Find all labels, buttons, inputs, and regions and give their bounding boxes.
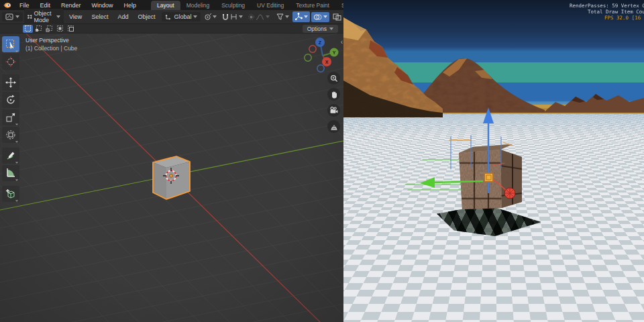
mode-select[interactable]: Object Mode [24, 9, 64, 25]
tool-shelf [2, 36, 19, 202]
screen: File Edit Render Window Help Layout Mode… [0, 0, 644, 322]
chevron-down-icon [285, 15, 289, 18]
pan-button[interactable] [327, 88, 340, 101]
tab-sculpting[interactable]: Sculpting [215, 1, 251, 10]
axis-ball-neg-x[interactable] [309, 46, 316, 52]
tool-add-cube[interactable] [2, 186, 19, 202]
select-mode-subtract[interactable] [44, 25, 54, 33]
tool-transform[interactable] [2, 127, 19, 143]
xray-toggle[interactable] [331, 12, 343, 22]
render-viewport[interactable]: RenderPasses: 59 Vertex Cou Total Draw I… [343, 0, 644, 322]
tab-texture-paint[interactable]: Texture Paint [290, 1, 335, 10]
orientation-label: Global [174, 13, 191, 20]
options-button[interactable]: Options [303, 25, 338, 33]
select-set-icon [24, 25, 32, 32]
tool-measure[interactable] [2, 165, 19, 181]
gizmo-center-handle[interactable] [484, 173, 493, 182]
menu-help[interactable]: Help [119, 1, 142, 9]
object-mode-icon [28, 13, 32, 20]
axis-ball-neg-z[interactable] [317, 65, 324, 72]
chevron-down-icon [193, 15, 197, 18]
tool-annotate[interactable] [2, 148, 19, 164]
menu-view[interactable]: View [65, 12, 86, 21]
select-mode-invert[interactable] [55, 25, 65, 33]
sidebar-collapse-arrow[interactable]: ‹ [341, 39, 343, 46]
select-mode-set[interactable] [23, 25, 33, 33]
chevron-down-icon [323, 15, 327, 18]
gizmo-y-arrowhead[interactable] [420, 177, 435, 188]
viewport-editor-icon [5, 13, 13, 20]
snap-increment-icon [230, 13, 237, 20]
transform-orientation-select[interactable]: Global [162, 12, 201, 21]
axis-ball-neg-y[interactable] [305, 54, 311, 61]
chevron-down-icon [213, 15, 217, 18]
tool-scale[interactable] [2, 109, 19, 125]
tool-move[interactable] [2, 74, 19, 91]
chevron-down-icon [266, 15, 270, 18]
editor-type-button[interactable] [2, 12, 23, 21]
menu-add[interactable]: Add [113, 12, 132, 21]
tool-select-box[interactable] [2, 36, 19, 52]
blender-window: File Edit Render Window Help Layout Mode… [0, 0, 343, 322]
viewport-3d[interactable]: Z Y X User Perspective (1) Collection | … [0, 34, 343, 322]
tool-cursor[interactable] [2, 54, 19, 70]
select-intersect-icon [67, 25, 74, 32]
cube-object[interactable] [153, 156, 190, 199]
cursor-tool-icon [5, 56, 16, 67]
snap-toggle-button[interactable] [220, 12, 245, 22]
subtool-corner [14, 48, 18, 52]
perspective-toggle-button[interactable] [327, 120, 340, 133]
camera-view-button[interactable] [327, 104, 340, 117]
chevron-down-icon [15, 15, 19, 18]
workspace-tabs: Layout Modeling Sculpting UV Editing Tex… [151, 0, 343, 10]
menu-file[interactable]: File [14, 1, 35, 9]
chevron-down-icon [56, 15, 60, 18]
move-icon [5, 77, 16, 88]
overlays-icon [313, 13, 322, 21]
select-mode-extend[interactable] [34, 25, 44, 33]
menu-window[interactable]: Window [87, 1, 119, 9]
show-gizmos-toggle[interactable] [292, 11, 310, 22]
menu-object[interactable]: Object [133, 12, 159, 21]
object-types-filter-button[interactable] [274, 12, 291, 21]
tab-uv-editing[interactable]: UV Editing [251, 1, 290, 10]
menu-select[interactable]: Select [87, 12, 112, 21]
menu-edit[interactable]: Edit [35, 1, 56, 9]
proportional-editing-button[interactable] [246, 13, 272, 21]
subtool-corner [14, 176, 18, 180]
hand-icon [330, 91, 338, 99]
viewport-header: Object Mode View Select Add Object Globa… [0, 10, 343, 24]
snap-target-icon [204, 13, 211, 21]
subtool-corner [14, 159, 18, 163]
tab-shading[interactable]: Shading [335, 1, 343, 10]
ortho-grid-icon [330, 123, 338, 131]
menu-render[interactable]: Render [56, 1, 87, 9]
chevron-down-icon [329, 28, 333, 30]
gizmo-z-arrowhead[interactable] [483, 107, 494, 123]
gizmos-icon [294, 13, 303, 21]
select-mode-intersect[interactable] [66, 25, 76, 33]
axis-label-x: X [325, 60, 329, 64]
snap-magnet-icon [222, 13, 229, 21]
select-subtract-icon [46, 25, 53, 32]
tool-rotate[interactable] [2, 92, 19, 108]
xray-icon [333, 13, 341, 21]
axis-label-y: Y [333, 50, 336, 55]
snap-target-button[interactable] [202, 12, 219, 22]
tab-layout[interactable]: Layout [151, 1, 180, 10]
tab-modeling[interactable]: Modeling [180, 1, 216, 10]
zoom-button[interactable] [327, 72, 340, 85]
rotate-icon [5, 95, 16, 105]
subtool-corner [14, 138, 18, 142]
select-mode-group [23, 25, 76, 33]
view-controls [327, 72, 340, 133]
viewport-canvas: Z Y X [0, 34, 343, 322]
proportional-editing-icon [248, 14, 254, 20]
chevron-down-icon [239, 15, 243, 18]
camera-icon [329, 107, 338, 114]
axis-label-z: Z [319, 40, 322, 45]
subtool-corner [14, 121, 18, 125]
falloff-curve-icon [256, 14, 264, 20]
show-overlays-toggle[interactable] [311, 12, 329, 22]
tool-settings-bar: Options [0, 24, 343, 34]
